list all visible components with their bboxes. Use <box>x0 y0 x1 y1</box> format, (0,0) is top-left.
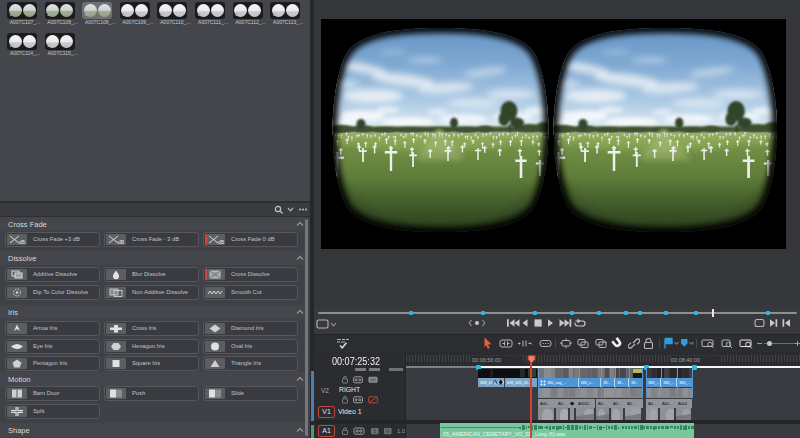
svg-text:M: M <box>386 428 390 434</box>
svg-text:dB: dB <box>19 239 26 245</box>
svg-text:dB: dB <box>218 239 225 245</box>
svg-text:dB: dB <box>118 239 125 245</box>
